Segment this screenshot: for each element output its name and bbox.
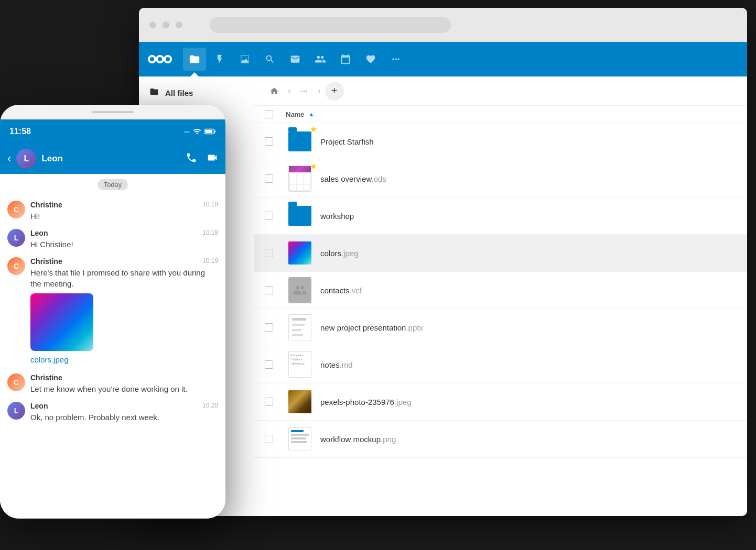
file-ext-text: .vcf: [350, 286, 362, 295]
message-time: 10:18: [202, 201, 218, 209]
breadcrumb-dots-button[interactable]: ···: [295, 82, 314, 101]
file-row[interactable]: pexels-photo-235976.jpeg: [254, 383, 747, 421]
message-content: Christine Let me know when you're done w…: [30, 373, 218, 394]
chat-message: L Leon 10:18 Hi Christine!: [7, 229, 218, 250]
message-content: Leon 10:18 Hi Christine!: [30, 229, 218, 250]
row-checkbox-col: [265, 398, 286, 406]
nav-files-icon[interactable]: [183, 48, 206, 71]
browser-dot-red[interactable]: [149, 21, 156, 28]
sidebar-item-all-files[interactable]: All files: [139, 82, 254, 104]
christine-avatar: C: [7, 257, 25, 275]
file-checkbox[interactable]: [265, 286, 273, 294]
nav-activity-icon[interactable]: [208, 48, 231, 71]
file-name-col: contacts.vcf: [320, 286, 737, 295]
file-row[interactable]: colors.jpeg: [254, 235, 747, 272]
browser-dot-yellow[interactable]: [163, 21, 169, 28]
message-content: Christine 10:18 Hi!: [30, 201, 218, 222]
file-icon-col: [286, 314, 314, 340]
row-checkbox-col: [265, 286, 286, 294]
file-checkbox[interactable]: [265, 323, 273, 332]
sender-name: Christine: [30, 257, 62, 266]
christine-avatar: C: [7, 373, 25, 391]
file-row[interactable]: ★ Project Starfish: [254, 123, 747, 160]
message-header: C Christine 10:19 Here's that file I pro…: [7, 257, 218, 366]
file-link[interactable]: colors.jpeg: [30, 355, 218, 364]
browser-address-bar[interactable]: [210, 17, 451, 33]
svg-point-5: [166, 57, 170, 61]
nav-gallery-icon[interactable]: [233, 48, 256, 71]
nextcloud-logo[interactable]: [144, 49, 176, 70]
file-row[interactable]: contacts.vcf: [254, 272, 747, 309]
nav-favorites-icon[interactable]: [359, 48, 382, 71]
name-column-header[interactable]: Name ▲: [286, 111, 737, 118]
nav-calendar-icon[interactable]: [334, 48, 357, 71]
leon-avatar-inner: L: [16, 149, 36, 169]
file-ext-text: .jpeg: [341, 249, 359, 258]
chat-messages[interactable]: C Christine 10:18 Hi! L: [0, 195, 225, 519]
file-name-col: sales overview.ods: [320, 174, 737, 183]
file-row[interactable]: workflow mockup.png: [254, 421, 747, 458]
chat-message: C Christine 10:18 Hi!: [7, 201, 218, 222]
row-checkbox-col: [265, 174, 286, 183]
nav-contacts-icon[interactable]: [309, 48, 332, 71]
shared-image[interactable]: [30, 293, 93, 351]
file-checkbox[interactable]: [265, 212, 273, 220]
message-text: Hi!: [30, 211, 218, 222]
christine-avatar-inner: C: [7, 201, 25, 218]
svg-rect-7: [205, 130, 212, 133]
svg-point-3: [150, 57, 154, 61]
file-row[interactable]: ★ sales overview.ods: [254, 160, 747, 197]
home-breadcrumb-button[interactable]: [265, 82, 284, 101]
row-checkbox-col: [265, 137, 286, 146]
message-time: 10:20: [202, 402, 218, 410]
file-checkbox[interactable]: [265, 435, 273, 443]
message-meta: Christine: [30, 373, 218, 382]
christine-avatar-inner: C: [7, 257, 25, 275]
main-content: All files Recent ›: [139, 76, 747, 516]
message-time: 10:18: [202, 229, 218, 237]
file-row[interactable]: new project presentation.pptx: [254, 309, 747, 346]
browser-window: All files Recent ›: [139, 8, 747, 516]
phone-status-bar: 11:58 ···: [0, 119, 225, 144]
file-name-col: workshop: [320, 212, 737, 221]
phone-call-icon[interactable]: [186, 152, 197, 166]
file-ext-text: .png: [381, 435, 396, 444]
contact-name: Leon: [41, 153, 180, 164]
header-checkbox-col: [265, 110, 286, 118]
file-name-col: workflow mockup.png: [320, 435, 737, 444]
vcf-file-icon: [288, 277, 311, 303]
message-header: L Leon 10:20 Ok, no problem. Probably ne…: [7, 402, 218, 423]
folder-icon: [288, 206, 311, 226]
breadcrumb-add-button[interactable]: +: [325, 82, 344, 101]
file-checkbox[interactable]: [265, 398, 273, 406]
file-checkbox[interactable]: [265, 249, 273, 257]
video-call-icon[interactable]: [207, 152, 218, 166]
nav-mail-icon[interactable]: [284, 48, 307, 71]
file-name-col: colors.jpeg: [320, 249, 737, 258]
chat-header: ‹ L Leon: [0, 144, 225, 174]
nav-more-icon[interactable]: [384, 48, 407, 71]
message-header: C Christine 10:18 Hi!: [7, 201, 218, 222]
svg-point-4: [158, 57, 162, 61]
file-row[interactable]: # long term * build a n... * develop a..…: [254, 346, 747, 383]
file-name-text: new project presentation: [320, 323, 406, 332]
chat-message: C Christine 10:19 Here's that file I pro…: [7, 257, 218, 366]
file-name-text: contacts: [320, 286, 350, 295]
select-all-checkbox[interactable]: [265, 110, 273, 118]
file-row[interactable]: workshop: [254, 197, 747, 235]
files-panel: › ··· › + Name ▲: [254, 76, 747, 516]
message-text: Ok, no problem. Probably next week.: [30, 412, 218, 423]
file-checkbox[interactable]: [265, 360, 273, 369]
all-files-label: All files: [165, 89, 193, 97]
message-header: C Christine Let me know when you're done…: [7, 373, 218, 394]
message-meta: Leon 10:20: [30, 402, 218, 410]
browser-dot-green[interactable]: [176, 21, 182, 28]
nav-search-icon[interactable]: [258, 48, 282, 71]
file-checkbox[interactable]: [265, 137, 273, 146]
row-checkbox-col: [265, 360, 286, 369]
file-checkbox[interactable]: [265, 174, 273, 183]
back-button[interactable]: ‹: [7, 152, 11, 166]
christine-avatar-inner: C: [7, 373, 25, 391]
breadcrumb-chevron-1: ›: [288, 86, 290, 96]
leon-avatar-inner: L: [7, 229, 25, 247]
